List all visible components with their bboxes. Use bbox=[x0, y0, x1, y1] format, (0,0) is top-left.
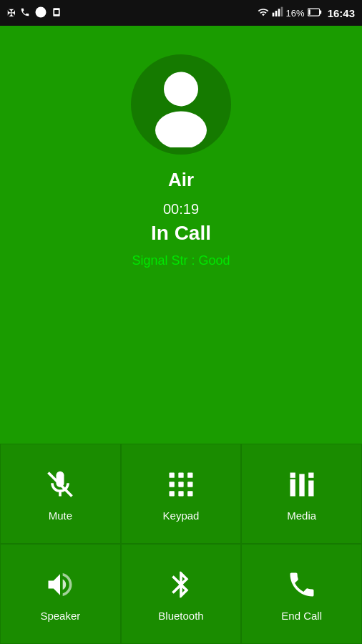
usb-icon: ✠ bbox=[7, 7, 16, 19]
status-time: 16:43 bbox=[328, 7, 355, 19]
svg-rect-19 bbox=[170, 491, 175, 496]
bluetooth-icon bbox=[163, 567, 199, 602]
svg-rect-24 bbox=[299, 474, 304, 496]
speaker-icon bbox=[42, 567, 78, 602]
signal-icon bbox=[272, 6, 283, 20]
controls-container: Mute Keypad bbox=[0, 444, 362, 644]
contact-name: Air bbox=[168, 169, 194, 191]
svg-rect-18 bbox=[187, 482, 192, 487]
call-status: In Call bbox=[151, 222, 211, 245]
controls-row-1: Mute Keypad bbox=[0, 444, 362, 544]
svg-point-10 bbox=[164, 72, 198, 106]
media-button[interactable]: Media bbox=[241, 444, 362, 544]
svg-rect-25 bbox=[308, 480, 313, 496]
svg-rect-13 bbox=[170, 472, 175, 477]
svg-rect-3 bbox=[272, 12, 274, 16]
end-call-button[interactable]: End Call bbox=[241, 544, 362, 644]
media-icon bbox=[284, 467, 320, 502]
svg-rect-15 bbox=[187, 472, 192, 477]
svg-rect-20 bbox=[178, 491, 183, 496]
bluetooth-label: Bluetooth bbox=[158, 610, 203, 622]
svg-rect-2 bbox=[54, 10, 59, 14]
mute-icon bbox=[42, 467, 78, 502]
svg-rect-16 bbox=[170, 482, 175, 487]
mute-label: Mute bbox=[49, 509, 72, 522]
svg-rect-6 bbox=[280, 6, 283, 16]
svg-rect-9 bbox=[308, 9, 310, 15]
speaker-label: Speaker bbox=[40, 610, 80, 622]
status-bar: ✠ 16% 16:43 bbox=[0, 0, 362, 26]
svg-rect-14 bbox=[178, 472, 183, 477]
wifi-icon bbox=[258, 6, 269, 20]
svg-rect-23 bbox=[290, 472, 295, 477]
svg-rect-22 bbox=[290, 479, 295, 496]
status-icons-right: 16% 16:43 bbox=[258, 6, 355, 20]
phone-signal-icon bbox=[20, 7, 30, 19]
battery-percent: 16% bbox=[286, 8, 305, 19]
controls-row-2: Speaker Bluetooth End Call bbox=[0, 544, 362, 644]
keypad-button[interactable]: Keypad bbox=[121, 444, 242, 544]
circle-app-icon bbox=[34, 6, 47, 21]
signal-strength: Signal Str : Good bbox=[132, 253, 230, 268]
keypad-icon bbox=[163, 467, 199, 502]
svg-rect-21 bbox=[187, 491, 192, 496]
end-call-label: End Call bbox=[281, 610, 322, 622]
keypad-label: Keypad bbox=[163, 509, 200, 522]
mute-button[interactable]: Mute bbox=[0, 444, 121, 544]
end-call-icon bbox=[284, 567, 320, 602]
svg-rect-26 bbox=[308, 472, 313, 477]
contact-avatar bbox=[131, 54, 231, 155]
svg-point-11 bbox=[155, 112, 207, 147]
svg-rect-5 bbox=[278, 9, 280, 16]
status-icons-left: ✠ bbox=[7, 6, 62, 21]
speaker-button[interactable]: Speaker bbox=[0, 544, 121, 644]
call-timer: 00:19 bbox=[163, 201, 199, 218]
sim-icon bbox=[52, 7, 62, 19]
svg-rect-8 bbox=[319, 10, 321, 14]
call-area: Air 00:19 In Call Signal Str : Good bbox=[0, 26, 362, 444]
battery-icon bbox=[308, 8, 322, 19]
media-label: Media bbox=[287, 509, 316, 522]
svg-rect-4 bbox=[275, 11, 277, 16]
bluetooth-button[interactable]: Bluetooth bbox=[121, 544, 242, 644]
avatar-silhouette bbox=[131, 54, 231, 155]
svg-rect-17 bbox=[178, 482, 183, 487]
